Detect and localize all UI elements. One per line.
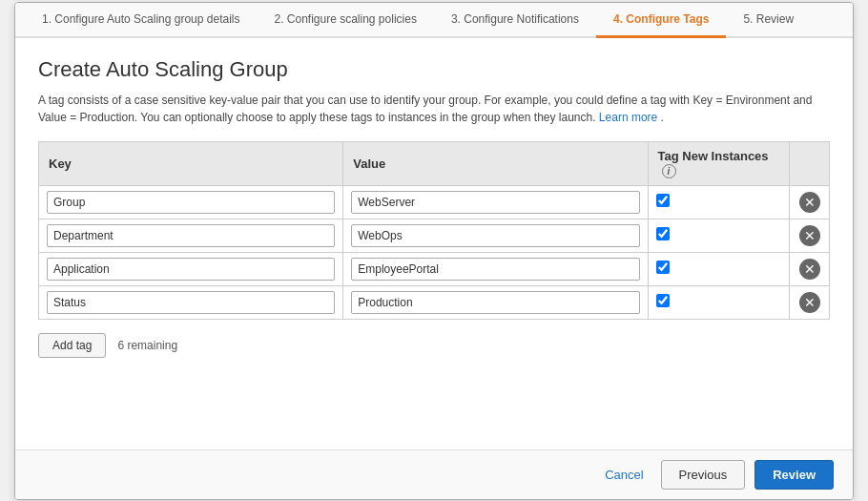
table-row: ✕: [39, 252, 830, 285]
key-input[interactable]: [47, 191, 335, 214]
table-footer: Add tag 6 remaining: [38, 333, 830, 358]
tag-new-instances-checkbox[interactable]: [656, 294, 670, 307]
key-cell: [39, 285, 343, 319]
value-input[interactable]: [351, 258, 639, 281]
remove-cell: ✕: [790, 185, 830, 219]
checkbox-cell: [648, 285, 790, 319]
bottom-bar: Cancel Previous Review: [15, 449, 853, 499]
remove-tag-button[interactable]: ✕: [799, 292, 820, 313]
review-button[interactable]: Review: [754, 460, 834, 490]
value-cell: [343, 285, 648, 319]
table-row: ✕: [39, 185, 830, 219]
checkbox-cell: [648, 185, 790, 219]
table-row: ✕: [39, 219, 830, 252]
remove-cell: ✕: [790, 285, 830, 319]
value-input[interactable]: [351, 224, 639, 247]
remove-tag-button[interactable]: ✕: [799, 259, 820, 280]
remove-tag-button[interactable]: ✕: [799, 192, 820, 213]
value-cell: [343, 219, 648, 252]
checkbox-cell: [648, 219, 790, 252]
main-window: 1. Configure Auto Scaling group details …: [14, 2, 854, 500]
tab-configure-tags[interactable]: 4. Configure Tags: [596, 3, 726, 38]
col-header-key: Key: [39, 141, 343, 185]
tag-new-instances-checkbox[interactable]: [656, 227, 670, 240]
tab-notifications[interactable]: 3. Configure Notifications: [434, 3, 596, 38]
page-title: Create Auto Scaling Group: [38, 57, 830, 82]
table-row: ✕: [39, 285, 830, 319]
key-cell: [39, 219, 343, 252]
learn-more-link[interactable]: Learn more: [599, 111, 657, 124]
value-input[interactable]: [351, 291, 639, 314]
col-header-actions: [790, 141, 830, 185]
tab-review[interactable]: 5. Review: [726, 3, 811, 38]
tag-new-instances-checkbox[interactable]: [656, 261, 670, 274]
tag-new-instances-checkbox[interactable]: [656, 194, 670, 207]
tags-table: Key Value Tag New Instances i ✕✕✕✕: [38, 141, 830, 320]
previous-button[interactable]: Previous: [661, 460, 746, 490]
remaining-text: 6 remaining: [117, 339, 177, 352]
key-input[interactable]: [47, 258, 335, 281]
col-header-value: Value: [343, 141, 648, 185]
checkbox-cell: [648, 252, 790, 285]
description: A tag consists of a case sensitive key-v…: [38, 92, 820, 126]
add-tag-button[interactable]: Add tag: [38, 333, 106, 358]
cancel-button[interactable]: Cancel: [597, 462, 651, 488]
key-cell: [39, 185, 343, 219]
key-input[interactable]: [47, 224, 335, 247]
remove-cell: ✕: [790, 219, 830, 252]
value-cell: [343, 252, 648, 285]
value-input[interactable]: [351, 191, 639, 214]
remove-tag-button[interactable]: ✕: [799, 225, 820, 246]
tab-scaling-policies[interactable]: 2. Configure scaling policies: [257, 3, 433, 38]
main-content: Create Auto Scaling Group A tag consists…: [15, 38, 853, 449]
remove-cell: ✕: [790, 252, 830, 285]
tab-configure-group-details[interactable]: 1. Configure Auto Scaling group details: [25, 3, 257, 38]
col-header-tag-new-instances: Tag New Instances i: [648, 141, 790, 185]
tab-bar: 1. Configure Auto Scaling group details …: [15, 3, 853, 38]
description-period: .: [661, 111, 664, 124]
value-cell: [343, 185, 648, 219]
key-cell: [39, 252, 343, 285]
key-input[interactable]: [47, 291, 335, 314]
description-text: A tag consists of a case sensitive key-v…: [38, 94, 812, 124]
tag-new-instances-info-icon[interactable]: i: [662, 164, 676, 178]
